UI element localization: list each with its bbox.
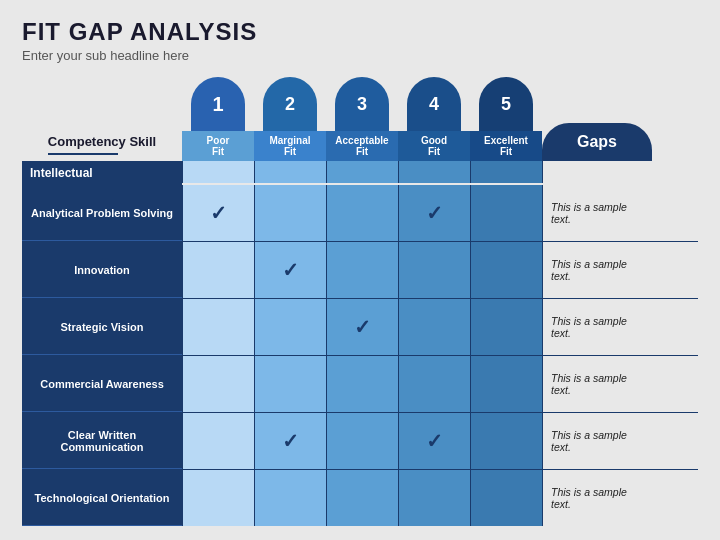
col-header-2: 2 MarginalFit (254, 77, 326, 161)
intel-data-1 (182, 161, 254, 183)
data-cell-2-0 (182, 299, 254, 355)
col-number-3: 3 (335, 77, 389, 131)
data-cell-5-3 (398, 470, 470, 526)
data-cell-2-4 (470, 299, 542, 355)
intel-data-2 (254, 161, 326, 183)
data-cell-3-2 (326, 356, 398, 412)
table-wrapper: Competency Skill 1 PoorFit 2 MarginalFit… (22, 77, 698, 526)
page-title: FIT GAP ANALYSIS (22, 18, 698, 46)
data-cell-2-3 (398, 299, 470, 355)
table-row: Commercial AwarenessThis is a sample tex… (22, 356, 698, 413)
data-cell-4-2 (326, 413, 398, 469)
col-sub-2: MarginalFit (254, 131, 326, 161)
competency-divider (48, 153, 118, 155)
data-cell-0-2 (326, 185, 398, 241)
table-row: Technological OrientationThis is a sampl… (22, 470, 698, 526)
table-row: Clear Written Communication✓✓This is a s… (22, 413, 698, 470)
body-section: Analytical Problem Solving✓✓This is a sa… (22, 185, 698, 526)
data-cell-1-3 (398, 242, 470, 298)
col-number-5: 5 (479, 77, 533, 131)
col-header-4: 4 GoodFit (398, 77, 470, 161)
data-cell-0-4 (470, 185, 542, 241)
data-cell-4-3: ✓ (398, 413, 470, 469)
competency-skill-header: Competency Skill (22, 77, 182, 161)
data-cell-0-1 (254, 185, 326, 241)
data-cell-2-1 (254, 299, 326, 355)
row-label: Analytical Problem Solving (22, 185, 182, 241)
intel-data-3 (326, 161, 398, 183)
col-sub-1: PoorFit (182, 131, 254, 161)
gaps-cell: This is a sample text. (542, 413, 652, 469)
gaps-cell: This is a sample text. (542, 470, 652, 526)
page-subtitle: Enter your sub headline here (22, 48, 698, 63)
gaps-cell: This is a sample text. (542, 242, 652, 298)
check-mark-icon: ✓ (426, 201, 443, 225)
gaps-cell: This is a sample text. (542, 299, 652, 355)
competency-skill-label: Competency Skill (48, 134, 156, 151)
data-cell-4-0 (182, 413, 254, 469)
intellectual-row: Intellectual (22, 161, 698, 185)
data-cell-5-2 (326, 470, 398, 526)
col-sub-3: AcceptableFit (326, 131, 398, 161)
data-cell-5-1 (254, 470, 326, 526)
check-mark-icon: ✓ (282, 258, 299, 282)
data-cell-1-4 (470, 242, 542, 298)
row-label: Innovation (22, 242, 182, 298)
row-label: Clear Written Communication (22, 413, 182, 469)
col-number-1: 1 (191, 77, 245, 131)
data-cell-2-2: ✓ (326, 299, 398, 355)
gaps-header-cell: Gaps (542, 77, 652, 161)
row-label: Strategic Vision (22, 299, 182, 355)
data-cell-0-0: ✓ (182, 185, 254, 241)
check-mark-icon: ✓ (282, 429, 299, 453)
data-cell-4-1: ✓ (254, 413, 326, 469)
row-label: Technological Orientation (22, 470, 182, 526)
col-header-5: 5 ExcellentFit (470, 77, 542, 161)
col-number-2: 2 (263, 77, 317, 131)
check-mark-icon: ✓ (210, 201, 227, 225)
data-cell-0-3: ✓ (398, 185, 470, 241)
table-row: Strategic Vision✓This is a sample text. (22, 299, 698, 356)
data-cell-3-4 (470, 356, 542, 412)
data-cell-5-0 (182, 470, 254, 526)
header-row: Competency Skill 1 PoorFit 2 MarginalFit… (22, 77, 698, 161)
data-cell-1-0 (182, 242, 254, 298)
table-row: Analytical Problem Solving✓✓This is a sa… (22, 185, 698, 242)
intel-data-5 (470, 161, 542, 183)
data-cell-4-4 (470, 413, 542, 469)
col-header-1: 1 PoorFit (182, 77, 254, 161)
check-mark-icon: ✓ (354, 315, 371, 339)
gaps-header: Gaps (542, 123, 652, 161)
intel-data-4 (398, 161, 470, 183)
intel-gaps (542, 161, 652, 183)
gaps-cell: This is a sample text. (542, 185, 652, 241)
data-cell-1-1: ✓ (254, 242, 326, 298)
data-cell-3-3 (398, 356, 470, 412)
intellectual-label: Intellectual (22, 161, 182, 185)
col-header-3: 3 AcceptableFit (326, 77, 398, 161)
data-cell-5-4 (470, 470, 542, 526)
col-number-4: 4 (407, 77, 461, 131)
data-cell-1-2 (326, 242, 398, 298)
table-row: Innovation✓This is a sample text. (22, 242, 698, 299)
gaps-cell: This is a sample text. (542, 356, 652, 412)
row-label: Commercial Awareness (22, 356, 182, 412)
data-cell-3-1 (254, 356, 326, 412)
data-cell-3-0 (182, 356, 254, 412)
check-mark-icon: ✓ (426, 429, 443, 453)
col-sub-4: GoodFit (398, 131, 470, 161)
col-sub-5: ExcellentFit (470, 131, 542, 161)
